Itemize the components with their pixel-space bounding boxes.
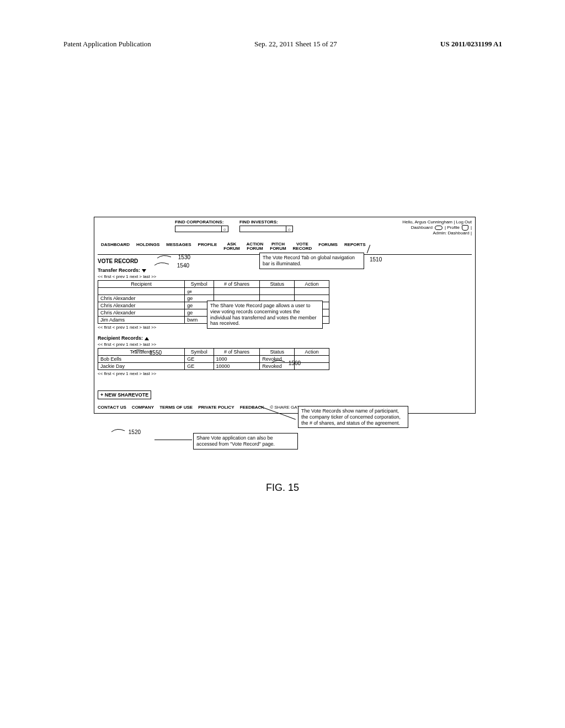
callout-nav: The Vote Record Tab on global navigation… [259, 253, 364, 269]
greeting-line: Hello, Argus Cunningham | Log Out [402, 220, 472, 225]
ref-1520: 1520 [110, 426, 141, 435]
table-filter-row [98, 288, 329, 295]
figure-frame: FIND CORPORATIONS: ⌕ FIND INVESTORS: ⌕ H… [94, 217, 476, 414]
dashboard-link[interactable]: Dashboard [411, 225, 433, 231]
find-corporations-input[interactable] [175, 226, 222, 232]
table-header-row: Recipient Symbol # of Shares Status Acti… [98, 281, 329, 288]
filter-symbol[interactable] [187, 289, 211, 294]
filter-action[interactable] [297, 289, 327, 294]
col-symbol: Symbol [185, 281, 214, 288]
col-symbol: Symbol [185, 349, 214, 356]
find-investors-label: FIND INVESTORS: [239, 220, 293, 224]
col-action: Action [295, 281, 329, 288]
ref-1550: 1550 [131, 348, 162, 356]
callout-page: The Share Vote Record page allows a user… [207, 301, 323, 329]
find-corporations-label: FIND CORPORATIONS: [175, 220, 228, 224]
pager-top-1[interactable]: << first < prev 1 next > last >> [98, 274, 472, 279]
footer-contact[interactable]: CONTACT US [98, 405, 126, 410]
top-bar: FIND CORPORATIONS: ⌕ FIND INVESTORS: ⌕ H… [98, 220, 472, 235]
profile-link[interactable]: | Profile [445, 225, 460, 231]
expand-icon[interactable] [145, 337, 149, 340]
footer-privacy[interactable]: PRIVATE POLICY [198, 405, 234, 410]
col-shares: # of Shares [214, 281, 260, 288]
tab-ask-forum[interactable]: ASKFORUM [220, 240, 243, 254]
footer-terms[interactable]: TERMS OF USE [159, 405, 193, 410]
ref-1560: 1560 [270, 357, 301, 366]
tab-dashboard[interactable]: DASHBOARD [98, 240, 133, 254]
col-status: Status [260, 281, 295, 288]
page-header: Patent Application Publication Sep. 22, … [63, 40, 502, 49]
sheet-label: Sep. 22, 2011 Sheet 15 of 27 [254, 40, 337, 49]
find-corporations: FIND CORPORATIONS: ⌕ [175, 220, 228, 232]
col-action: Action [295, 349, 329, 356]
filter-recipient[interactable] [100, 289, 182, 294]
search-icon[interactable]: ⌕ [286, 226, 293, 232]
ref-1510: 1510 [370, 256, 382, 263]
footer-links: CONTACT US COMPANY TERMS OF USE PRIVATE … [98, 405, 472, 410]
expand-icon[interactable] [142, 269, 146, 272]
col-status: Status [260, 349, 295, 356]
recipient-records-heading: Recipient Records: [98, 335, 472, 341]
callout-columns: The Vote Records show name of participan… [298, 406, 408, 428]
col-recipient: Recipient [98, 281, 185, 288]
col-shares: # of Shares [214, 349, 260, 356]
user-greeting: Hello, Argus Cunningham | Log Out Dashbo… [402, 220, 472, 235]
find-investors: FIND INVESTORS: ⌕ [239, 220, 293, 232]
ref-1530: 1530 [154, 253, 190, 260]
pager-bottom-2[interactable]: << first < prev 1 next > last >> [98, 371, 472, 376]
ref-1540: 1540 [153, 261, 189, 269]
pub-number: US 2011/0231199 A1 [440, 40, 502, 49]
new-sharevote-button[interactable]: + NEW SHAREVOTE [98, 390, 151, 399]
filter-status[interactable] [262, 289, 292, 294]
filter-shares[interactable] [216, 289, 258, 294]
callout-newsv: Share Vote application can also be acces… [193, 433, 298, 449]
person-icon [462, 225, 468, 231]
footer-feedback[interactable]: FEEDBACK [240, 405, 264, 410]
cloud-icon [435, 226, 443, 230]
find-investors-input[interactable] [239, 226, 286, 232]
admin-link[interactable]: Admin: Dashboard | [402, 231, 472, 236]
pager-top-2[interactable]: << first < prev 1 next > last >> [98, 342, 472, 347]
figure-label: FIG. 15 [0, 482, 565, 494]
footer-company[interactable]: COMPANY [132, 405, 154, 410]
leader-c4 [154, 440, 192, 440]
search-icon[interactable]: ⌕ [222, 226, 228, 232]
pub-label: Patent Application Publication [63, 40, 151, 49]
tab-profile[interactable]: PROFILE [195, 240, 221, 254]
